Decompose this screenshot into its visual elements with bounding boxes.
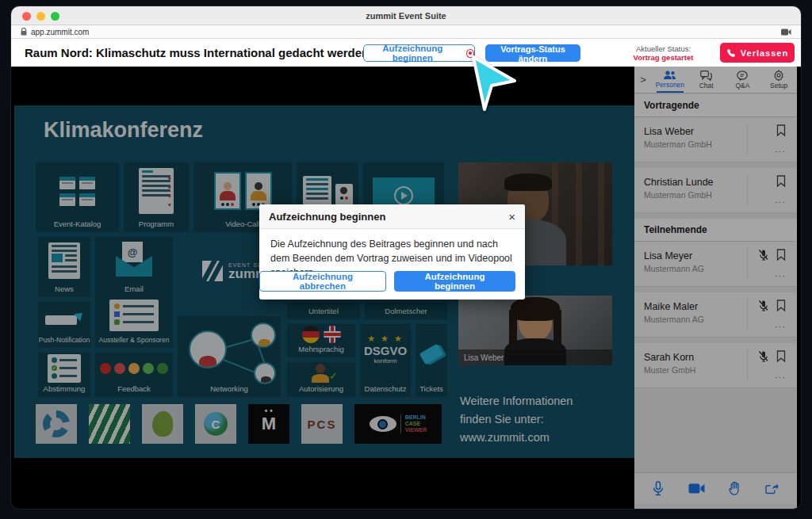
section-teilnehmende: Teilnehmende <box>634 219 797 242</box>
program-icon: ♥♥♥♥ <box>139 168 174 214</box>
tile-news[interactable]: News <box>38 237 90 297</box>
confirm-recording-button[interactable]: Aufzeichnung beginnen <box>394 271 515 292</box>
pointer-cursor <box>466 52 519 114</box>
raise-hand-button[interactable] <box>729 482 741 495</box>
languages-icon <box>302 326 341 343</box>
dsgvo-stars: ★ ★ ★ <box>367 334 404 344</box>
dsgvo-title: DSGVO <box>364 344 407 357</box>
logo-m: M <box>248 404 289 444</box>
mic-off-icon[interactable] <box>758 249 768 261</box>
tile-untertitel[interactable]: Untertitel <box>287 302 360 319</box>
person-row-sarah-korn[interactable]: Sarah Korn Muster GmbH ··· <box>634 343 797 388</box>
networking-icon <box>178 316 281 397</box>
more-menu[interactable]: ··· <box>775 147 786 156</box>
tile-autorisierung[interactable]: ✓ Autorisierung <box>287 362 355 397</box>
leave-button[interactable]: Verlassen <box>720 43 795 63</box>
url-text: app.zummit.com <box>31 28 89 36</box>
phone-icon <box>726 48 736 58</box>
recording-dialog: Aufzeichnung beginnen × Die Aufzeichnung… <box>259 204 525 300</box>
dialog-header: Aufzeichnung beginnen × <box>259 204 525 229</box>
tickets-icon <box>421 348 442 361</box>
zoom-window-button[interactable] <box>51 12 59 21</box>
info-text: Weitere Informationen finden Sie unter: … <box>460 392 573 447</box>
tab-personen[interactable]: Personen <box>652 67 688 93</box>
catalog-icon <box>54 177 102 206</box>
bookmark-icon[interactable] <box>776 124 786 136</box>
sidebar-collapse-button[interactable]: > <box>634 74 652 86</box>
microphone-button[interactable] <box>653 481 664 496</box>
zummit-url[interactable]: www.zummit.com <box>460 429 573 447</box>
tab-chat[interactable]: Chat <box>688 67 725 93</box>
mic-off-icon[interactable] <box>758 350 768 362</box>
logo-pcs: PCS <box>301 404 343 444</box>
mic-off-icon[interactable] <box>758 300 768 311</box>
logo-radial <box>36 404 77 444</box>
logo-berlin-case-viewer: BERLINCASEVIEWER <box>354 404 442 444</box>
dialog-close-icon[interactable]: × <box>508 210 515 223</box>
status-value: Vortrag gestartet <box>614 53 713 62</box>
logo-c-bubbles: C <box>195 404 236 444</box>
stage-heading: Klimakonferenz <box>44 118 203 143</box>
logo-head-profile <box>142 404 183 444</box>
url-bar[interactable]: app.zummit.com <box>11 25 801 39</box>
section-vortragende: Vortragende <box>634 94 797 117</box>
media-toolbar <box>634 472 797 504</box>
start-recording-button[interactable]: Aufzeichnung beginnen <box>363 44 475 62</box>
tile-networking[interactable]: Networking <box>178 316 281 397</box>
bookmark-icon[interactable] <box>776 249 786 261</box>
speaker-video-lisa[interactable]: Lisa Weber <box>458 296 612 365</box>
voting-icon: ✓ <box>48 354 81 383</box>
email-icon: @ <box>116 245 152 277</box>
more-menu[interactable]: ··· <box>775 322 786 331</box>
minimize-window-button[interactable] <box>36 12 45 21</box>
person-row-maike-maler[interactable]: Maike Maler Mustermann AG ··· <box>634 292 797 338</box>
tile-tickets[interactable]: Tickets <box>416 324 447 397</box>
share-button[interactable] <box>765 483 779 494</box>
tile-datenschutz[interactable]: ★ ★ ★ DSGVO konform Datenschutz <box>360 324 411 397</box>
bookmark-icon[interactable] <box>776 175 786 187</box>
video-name-label: Lisa Weber <box>458 349 612 365</box>
tile-abstimmung[interactable]: ✓ Abstimmung <box>38 353 90 397</box>
titlebar: zummit Event Suite <box>11 6 801 25</box>
room-title: Raum Nord: Klimaschutz muss Internationa… <box>25 46 369 59</box>
feedback-icon <box>100 363 168 374</box>
person-row-christian-lunde[interactable]: Christian Lunde Musterman GmbH ··· <box>634 168 797 213</box>
bookmark-icon[interactable] <box>776 300 786 311</box>
sidebar-tabbar: > Personen Chat Q&A Setup <box>634 67 797 93</box>
close-window-button[interactable] <box>22 12 31 21</box>
news-icon <box>48 242 80 279</box>
dsgvo-subtitle: konform <box>374 357 397 364</box>
cancel-recording-button[interactable]: Aufzeichnung abbrechen <box>259 271 386 292</box>
gear-icon <box>773 70 784 81</box>
more-menu[interactable]: ··· <box>775 197 786 207</box>
push-notification-icon <box>45 311 83 328</box>
person-row-lisa-weber[interactable]: Lisa Weber Musterman GmbH ··· <box>634 117 797 162</box>
tile-dolmetscher[interactable]: Dolmetscher <box>365 302 447 319</box>
tab-setup[interactable]: Setup <box>760 67 797 93</box>
tab-qa[interactable]: Q&A <box>725 67 761 93</box>
camera-button[interactable] <box>688 483 705 494</box>
current-status: Aktueller Status: Vortrag gestartet <box>614 44 713 62</box>
person-row-lisa-meyer[interactable]: Lisa Meyer Mustermann AG ··· <box>634 242 797 287</box>
more-menu[interactable]: ··· <box>775 271 786 280</box>
bookmark-icon[interactable] <box>776 350 786 362</box>
more-menu[interactable]: ··· <box>775 372 786 382</box>
qa-icon <box>737 71 748 81</box>
tile-push-notification[interactable]: Push-Notification <box>38 302 90 348</box>
tile-mehrsprachig[interactable]: Mehrsprachig <box>287 324 355 357</box>
tile-feedback[interactable]: Feedback <box>95 353 173 397</box>
tile-event-katalog[interactable]: Event-Katalog <box>36 162 119 232</box>
partner-logos: C M PCS BERLINCASEVIEWER <box>36 404 442 444</box>
window-title: zummit Event Suite <box>366 11 446 21</box>
zummit-logo-icon <box>202 261 223 281</box>
sidebar: > Personen Chat Q&A Setup <box>634 67 797 509</box>
sidebar-scrollbar[interactable] <box>794 231 796 242</box>
status-label: Aktueller Status: <box>614 44 713 53</box>
tab-camera-icon[interactable] <box>781 29 791 36</box>
app-header: Raum Nord: Klimaschutz muss Internationa… <box>11 39 801 67</box>
lock-icon <box>21 28 27 36</box>
tile-aussteller-sponsoren[interactable]: Aussteller & Sponsoren <box>95 294 173 348</box>
tile-programm[interactable]: ♥♥♥♥ Programm <box>124 162 189 232</box>
logo-stripes <box>89 404 130 444</box>
tile-email[interactable]: @ Email <box>95 237 173 297</box>
